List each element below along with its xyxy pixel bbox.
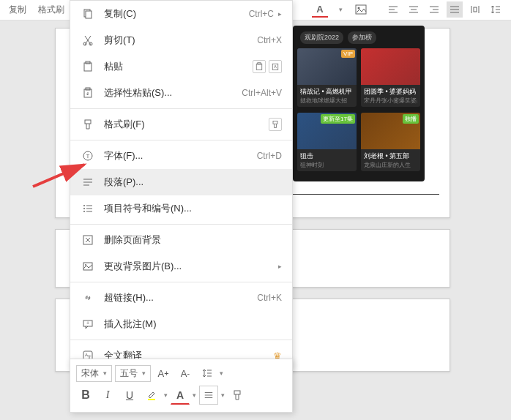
- media-tag[interactable]: 观剧院2022: [300, 31, 343, 44]
- tab-copy[interactable]: 复制: [3, 1, 32, 19]
- paste-icon: [81, 59, 95, 74]
- media-subtitle: 宋丹丹张小斐爆笑婆媳: [364, 97, 417, 105]
- italic-button[interactable]: I: [98, 386, 117, 405]
- paste-opt-2-icon[interactable]: A: [269, 60, 282, 73]
- font-color-icon[interactable]: A: [312, 1, 328, 18]
- svg-text:T: T: [86, 153, 90, 160]
- format-brush-icon: [81, 117, 95, 132]
- dropdown-icon: ▾: [142, 370, 146, 377]
- media-card[interactable]: VIP 猎战记 • 高燃机甲 拯救地球燃爆大招: [297, 48, 357, 107]
- media-panel: 观剧院2022 参加榜 VIP 猎战记 • 高燃机甲 拯救地球燃爆大招 团圆季 …: [293, 26, 425, 181]
- menu-shortcut: Ctrl+C: [249, 9, 274, 19]
- paste-opt-1-icon[interactable]: [253, 60, 266, 73]
- menu-font[interactable]: T 字体(F)... Ctrl+D: [70, 143, 292, 169]
- dropdown-icon[interactable]: ▾: [220, 370, 223, 377]
- delete-bg-icon: [81, 233, 95, 247]
- align-center-icon[interactable]: [406, 1, 422, 18]
- svg-text:A: A: [274, 64, 277, 69]
- decrease-font-button[interactable]: A-: [176, 364, 195, 383]
- menu-change-bg[interactable]: 更改背景图片(B)... ▸: [70, 253, 292, 280]
- media-title: 团圆季 • 婆婆妈妈: [364, 87, 417, 97]
- highlight-button[interactable]: [142, 386, 161, 405]
- media-card[interactable]: 团圆季 • 婆婆妈妈 宋丹丹张小斐爆笑婆媳: [361, 48, 420, 107]
- menu-label: 项目符号和编号(N)...: [104, 202, 282, 215]
- distribute-icon[interactable]: [467, 1, 483, 18]
- format-brush-opt-icon[interactable]: [269, 118, 282, 131]
- menu-shortcut: Ctrl+Alt+V: [242, 88, 282, 98]
- align-right-icon[interactable]: [426, 1, 442, 18]
- menu-format-brush[interactable]: 格式刷(F): [70, 111, 292, 138]
- svg-point-41: [83, 208, 85, 209]
- media-tag[interactable]: 参加榜: [348, 31, 376, 44]
- dropdown-icon[interactable]: ▾: [221, 391, 225, 399]
- svg-rect-26: [256, 64, 262, 70]
- font-name-value: 宋体: [81, 367, 99, 380]
- svg-rect-16: [474, 7, 477, 12]
- menu-shortcut: Ctrl+X: [257, 35, 282, 45]
- menu-hyperlink[interactable]: 超链接(H)... Ctrl+K: [70, 285, 292, 311]
- link-icon: [81, 290, 95, 305]
- underline-button[interactable]: U: [120, 386, 139, 405]
- line-spacing-button[interactable]: [198, 364, 217, 383]
- align-button[interactable]: [199, 386, 218, 405]
- menu-label: 删除页面背景: [104, 233, 282, 247]
- svg-point-22: [83, 42, 86, 45]
- menu-bullets[interactable]: 项目符号和编号(N)...: [70, 195, 292, 222]
- media-card[interactable]: 独播 刘老根 • 第五部 龙泉山庄新的人生: [361, 113, 420, 171]
- context-menu: 复制(C) Ctrl+C ▸ 剪切(T) Ctrl+X 粘贴 A 选择性粘贴(S…: [70, 0, 293, 370]
- menu-paragraph[interactable]: 段落(P)...: [70, 169, 292, 195]
- bullets-icon: [81, 201, 95, 216]
- menu-label: 选择性粘贴(S)...: [104, 86, 242, 100]
- menu-shortcut: Ctrl+D: [257, 151, 282, 161]
- svg-point-39: [83, 205, 85, 206]
- media-title: 刘老根 • 第五部: [364, 151, 417, 161]
- font-name-select[interactable]: 宋体 ▾: [76, 365, 112, 382]
- align-justify-icon[interactable]: [447, 1, 463, 18]
- menu-copy[interactable]: 复制(C) Ctrl+C ▸: [70, 1, 292, 27]
- media-title: 猎战记 • 高燃机甲: [300, 87, 354, 97]
- menu-label: 格式刷(F): [104, 118, 263, 131]
- font-color-dropdown[interactable]: ▾: [332, 1, 348, 18]
- font-size-select[interactable]: 五号 ▾: [115, 365, 151, 382]
- svg-rect-33: [273, 121, 277, 124]
- media-subtitle: 拯救地球燃爆大招: [300, 97, 354, 105]
- align-left-icon[interactable]: [385, 1, 401, 18]
- menu-shortcut: Ctrl+K: [257, 293, 282, 303]
- menu-divider: [70, 282, 292, 282]
- font-icon: T: [81, 149, 95, 163]
- submenu-arrow-icon: ▸: [278, 10, 282, 18]
- svg-rect-32: [85, 120, 91, 124]
- media-title: 狙击: [300, 151, 354, 161]
- line-spacing-icon[interactable]: [488, 1, 504, 18]
- bold-button[interactable]: B: [76, 386, 95, 405]
- media-card[interactable]: 更新至17集 狙击 狙神时刻: [297, 113, 357, 171]
- menu-label: 剪切(T): [104, 34, 257, 47]
- dropdown-icon: ▾: [103, 370, 107, 377]
- format-brush-extra: [269, 118, 282, 131]
- svg-text:+: +: [86, 320, 89, 326]
- menu-comment[interactable]: + 插入批注(M): [70, 311, 292, 337]
- copy-icon: [81, 7, 95, 21]
- svg-point-1: [358, 7, 360, 10]
- format-brush-button[interactable]: [228, 386, 247, 405]
- dropdown-icon[interactable]: ▾: [193, 391, 196, 399]
- font-color-button[interactable]: A: [171, 386, 190, 405]
- menu-cut[interactable]: 剪切(T) Ctrl+X: [70, 27, 292, 53]
- media-subtitle: 狙神时刻: [300, 161, 354, 169]
- menu-delete-bg[interactable]: 删除页面背景: [70, 227, 292, 253]
- image-icon[interactable]: [353, 1, 369, 18]
- menu-label: 粘贴: [104, 60, 247, 73]
- vip-badge: VIP: [341, 50, 355, 58]
- comment-icon: +: [81, 317, 95, 331]
- menu-paste-special[interactable]: 选择性粘贴(S)... Ctrl+Alt+V: [70, 80, 292, 106]
- menu-label: 超链接(H)...: [104, 291, 257, 304]
- mini-toolbar: 宋体 ▾ 五号 ▾ A+ A- ▾ B I U ▾ A ▾ ▾: [70, 359, 293, 413]
- svg-point-23: [89, 42, 92, 45]
- paste-special-icon: [81, 86, 95, 100]
- menu-paste[interactable]: 粘贴 A: [70, 53, 292, 80]
- increase-font-button[interactable]: A+: [154, 364, 173, 383]
- dropdown-icon[interactable]: ▾: [164, 391, 168, 399]
- menu-label: 更改背景图片(B)...: [104, 260, 278, 273]
- episode-badge: 更新至17集: [321, 114, 355, 124]
- tab-format-brush[interactable]: 格式刷: [32, 1, 70, 19]
